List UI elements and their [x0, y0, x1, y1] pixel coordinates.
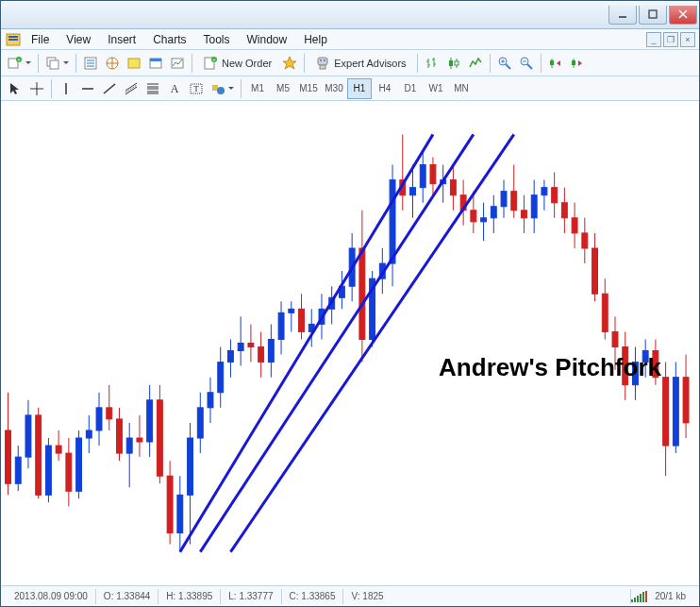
svg-rect-102: [147, 400, 153, 442]
svg-rect-158: [430, 165, 436, 184]
strategy-tester-button[interactable]: [167, 53, 188, 74]
svg-rect-98: [126, 438, 132, 453]
expert-advisors-label: Expert Advisors: [334, 58, 406, 69]
svg-text:+: +: [213, 57, 216, 62]
svg-rect-194: [612, 331, 618, 346]
svg-marker-26: [283, 57, 296, 69]
svg-rect-162: [450, 180, 456, 195]
svg-line-42: [506, 64, 510, 69]
menu-file[interactable]: File: [24, 31, 57, 48]
bar-chart-button[interactable]: [422, 53, 442, 74]
drawing-toolbar: A T M1M5M15M30H1H4D1W1MN: [1, 76, 699, 101]
svg-rect-172: [501, 192, 507, 207]
svg-rect-94: [107, 408, 112, 419]
window-maximize-button[interactable]: [639, 6, 667, 25]
svg-rect-144: [359, 248, 365, 339]
zoom-out-button[interactable]: [516, 53, 537, 74]
line-chart-button[interactable]: [465, 53, 486, 74]
menu-insert[interactable]: Insert: [100, 31, 143, 48]
svg-rect-118: [228, 351, 234, 363]
svg-rect-52: [572, 60, 575, 65]
zoom-in-button[interactable]: [494, 53, 515, 74]
timeframe-m5-button[interactable]: M5: [271, 78, 295, 99]
cursor-button[interactable]: [5, 78, 25, 99]
price-chart[interactable]: [1, 101, 699, 585]
mdi-restore-button[interactable]: ❐: [663, 32, 678, 47]
timeframe-m15-button[interactable]: M15: [296, 78, 321, 99]
svg-rect-5: [8, 36, 18, 38]
crosshair-button[interactable]: [26, 78, 47, 99]
data-window-button[interactable]: [124, 53, 144, 74]
vertical-line-button[interactable]: [56, 78, 76, 99]
svg-rect-71: [212, 85, 218, 91]
mdi-close-button[interactable]: ×: [680, 32, 695, 47]
timeframe-mn-button[interactable]: MN: [449, 78, 474, 99]
fibonacci-button[interactable]: [142, 78, 163, 99]
svg-rect-130: [289, 309, 294, 312]
window-minimize-button[interactable]: [608, 6, 637, 25]
menu-help[interactable]: Help: [296, 31, 335, 48]
svg-rect-82: [45, 446, 51, 495]
svg-rect-1: [649, 10, 657, 18]
svg-rect-128: [278, 312, 284, 339]
window-close-button[interactable]: [669, 6, 697, 25]
svg-rect-84: [56, 446, 61, 453]
menu-window[interactable]: Window: [240, 31, 295, 48]
horizontal-line-button[interactable]: [77, 78, 98, 99]
svg-rect-30: [320, 65, 325, 69]
svg-rect-154: [410, 188, 416, 195]
trendline-button[interactable]: [99, 78, 120, 99]
timeframe-h1-button[interactable]: H1: [347, 78, 372, 99]
market-watch-button[interactable]: [80, 53, 101, 74]
svg-rect-170: [491, 207, 496, 218]
navigator-button[interactable]: [102, 53, 123, 74]
timeframe-d1-button[interactable]: D1: [398, 78, 423, 99]
timeframe-h4-button[interactable]: H4: [373, 78, 397, 99]
timeframe-w1-button[interactable]: W1: [424, 78, 448, 99]
menu-view[interactable]: View: [58, 31, 98, 48]
svg-rect-122: [248, 344, 254, 347]
meta-editor-button[interactable]: [279, 53, 300, 74]
new-chart-button[interactable]: +: [5, 53, 34, 74]
svg-rect-180: [542, 188, 547, 195]
svg-rect-186: [572, 218, 577, 233]
menu-tools[interactable]: Tools: [196, 31, 238, 48]
svg-text:T: T: [193, 84, 199, 93]
status-rate: 20/1 kb: [647, 591, 693, 601]
svg-rect-108: [177, 495, 183, 532]
expert-advisors-button[interactable]: Expert Advisors: [308, 53, 412, 74]
auto-scroll-button[interactable]: [545, 53, 566, 74]
svg-rect-124: [258, 347, 264, 363]
text-object-button[interactable]: T: [186, 78, 207, 99]
shapes-button[interactable]: [208, 78, 237, 99]
svg-rect-166: [471, 211, 476, 222]
status-high: H: 1.33895: [158, 591, 220, 601]
chart-shift-button[interactable]: [567, 53, 588, 74]
svg-text:A: A: [171, 82, 179, 95]
text-label-button[interactable]: A: [164, 78, 185, 99]
terminal-button[interactable]: [145, 53, 166, 74]
svg-rect-208: [683, 378, 689, 423]
chart-area[interactable]: Andrew's Pitchfork: [1, 101, 699, 585]
timeframe-m30-button[interactable]: M30: [322, 78, 346, 99]
svg-rect-188: [582, 233, 588, 248]
svg-rect-74: [6, 430, 11, 483]
candlestick-chart-button[interactable]: [443, 53, 464, 74]
profiles-button[interactable]: [42, 53, 72, 74]
menu-charts[interactable]: Charts: [145, 31, 193, 48]
svg-rect-100: [137, 438, 142, 442]
svg-rect-120: [238, 344, 243, 351]
svg-rect-184: [561, 203, 567, 218]
svg-rect-40: [455, 61, 458, 65]
svg-point-72: [217, 87, 225, 94]
timeframe-m1-button[interactable]: M1: [245, 78, 270, 99]
svg-rect-176: [522, 211, 527, 218]
status-open: O: 1.33844: [96, 591, 158, 601]
svg-rect-90: [86, 430, 92, 438]
svg-line-46: [527, 64, 532, 69]
new-order-button[interactable]: + New Order: [196, 53, 278, 74]
svg-rect-21: [150, 59, 161, 61]
channel-button[interactable]: [121, 78, 142, 99]
connection-bars-icon: [631, 591, 647, 602]
mdi-minimize-button[interactable]: _: [646, 32, 661, 47]
